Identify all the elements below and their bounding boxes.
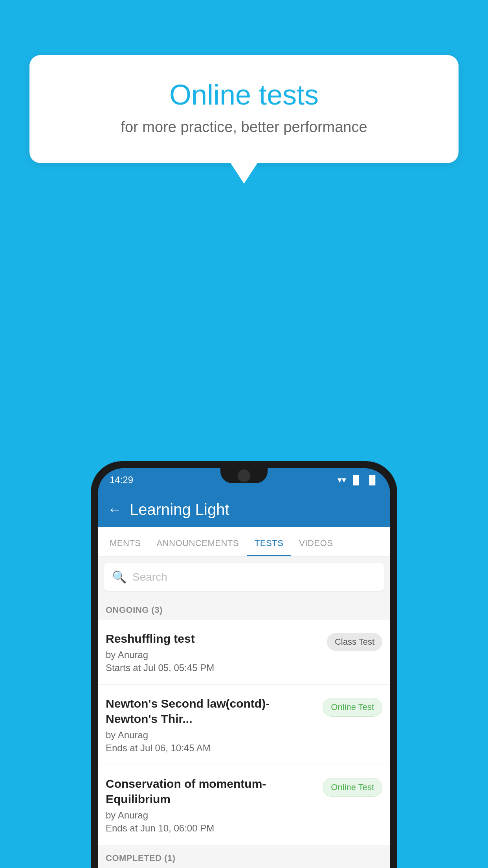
test-card-2[interactable]: Newton's Second law(contd)-Newton's Thir…	[98, 685, 390, 765]
test-info-1: Reshuffling test by Anurag Starts at Jul…	[106, 631, 327, 673]
test-info-2: Newton's Second law(contd)-Newton's Thir…	[106, 696, 323, 754]
ongoing-section-header: ONGOING (3)	[98, 597, 390, 620]
bubble-title: Online tests	[49, 79, 439, 111]
wifi-icon: ▾▾	[338, 475, 346, 485]
speech-bubble: Online tests for more practice, better p…	[29, 55, 459, 163]
signal-icon: ▐▌	[350, 475, 362, 485]
search-bar-container: 🔍 Search	[98, 557, 390, 597]
battery-icon: ▐▌	[366, 475, 378, 485]
status-icons: ▾▾ ▐▌ ▐▌	[338, 475, 378, 485]
test-author-3: by Anurag	[106, 810, 317, 821]
camera	[238, 469, 250, 482]
search-icon: 🔍	[112, 570, 127, 584]
search-placeholder: Search	[132, 571, 167, 583]
test-badge-3: Online Test	[323, 778, 382, 797]
app-header: ← Learning Light	[98, 492, 390, 527]
tab-tests[interactable]: TESTS	[247, 527, 291, 556]
speech-bubble-container: Online tests for more practice, better p…	[29, 55, 459, 163]
test-name-3: Conservation of momentum-Equilibrium	[106, 776, 317, 807]
status-time: 14:29	[110, 474, 133, 485]
phone-inner: 14:29 ▾▾ ▐▌ ▐▌ ← Learning Light MENTS	[98, 468, 390, 868]
ongoing-label: ONGOING (3)	[106, 605, 163, 615]
test-name-2: Newton's Second law(contd)-Newton's Thir…	[106, 696, 317, 726]
phone-notch	[220, 468, 268, 483]
phone-screen: MENTS ANNOUNCEMENTS TESTS VIDEOS 🔍	[98, 527, 390, 868]
phone-outer: 14:29 ▾▾ ▐▌ ▐▌ ← Learning Light MENTS	[91, 461, 397, 868]
test-badge-2: Online Test	[323, 698, 382, 717]
test-author-2: by Anurag	[106, 730, 317, 741]
test-card-1[interactable]: Reshuffling test by Anurag Starts at Jul…	[98, 620, 390, 685]
test-time-3: Ends at Jun 10, 06:00 PM	[106, 823, 317, 834]
search-bar[interactable]: 🔍 Search	[104, 563, 384, 591]
test-time-2: Ends at Jul 06, 10:45 AM	[106, 743, 317, 754]
app-title: Learning Light	[130, 501, 229, 519]
test-name-1: Reshuffling test	[106, 631, 321, 646]
test-time-1: Starts at Jul 05, 05:45 PM	[106, 662, 321, 673]
tab-videos[interactable]: VIDEOS	[291, 527, 341, 556]
tab-announcements[interactable]: ANNOUNCEMENTS	[149, 527, 247, 556]
bubble-subtitle: for more practice, better performance	[49, 119, 439, 136]
tabs-bar: MENTS ANNOUNCEMENTS TESTS VIDEOS	[98, 527, 390, 557]
back-button[interactable]: ←	[108, 501, 122, 518]
completed-section-header: COMPLETED (1)	[98, 845, 390, 868]
phone-mockup: 14:29 ▾▾ ▐▌ ▐▌ ← Learning Light MENTS	[91, 461, 397, 868]
test-badge-1: Class Test	[327, 633, 382, 651]
test-info-3: Conservation of momentum-Equilibrium by …	[106, 776, 323, 834]
status-bar: 14:29 ▾▾ ▐▌ ▐▌	[98, 468, 390, 492]
test-card-3[interactable]: Conservation of momentum-Equilibrium by …	[98, 765, 390, 845]
tab-ments[interactable]: MENTS	[102, 527, 149, 556]
test-author-1: by Anurag	[106, 649, 321, 660]
completed-label: COMPLETED (1)	[106, 853, 176, 863]
